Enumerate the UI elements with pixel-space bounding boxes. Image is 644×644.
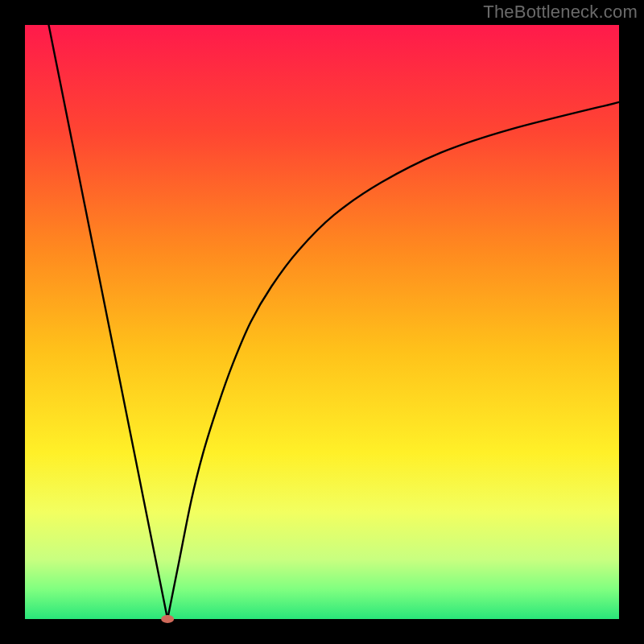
chart-frame: TheBottleneck.com <box>0 0 644 644</box>
plot-background <box>25 25 619 619</box>
bottleneck-chart <box>0 0 644 644</box>
watermark-text: TheBottleneck.com <box>483 2 638 23</box>
optimum-marker <box>161 615 174 623</box>
